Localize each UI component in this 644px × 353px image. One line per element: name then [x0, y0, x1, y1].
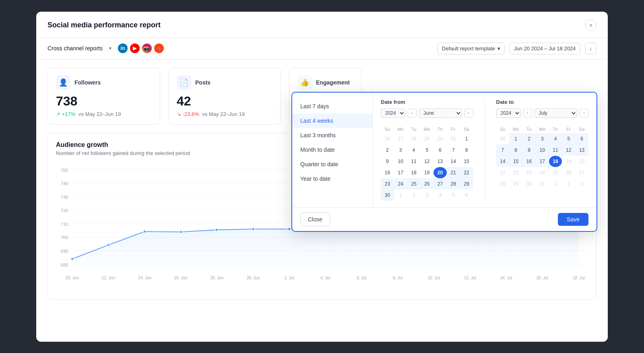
table-row[interactable]: 16 — [522, 156, 536, 167]
table-row[interactable]: 6 — [433, 145, 447, 156]
table-row[interactable]: 24 — [536, 167, 549, 178]
table-row[interactable]: 20 — [575, 156, 588, 167]
table-row[interactable]: 2 — [407, 190, 421, 201]
preset-last-3-months[interactable]: Last 3 months — [292, 128, 372, 142]
date-range-button[interactable]: Jun 20 2024 – Jul 18 2024 — [510, 43, 580, 54]
reddit-icon[interactable]: 👾 — [154, 43, 164, 53]
table-row[interactable]: 13 — [433, 156, 447, 167]
july-18-selected[interactable]: 18 — [549, 156, 562, 167]
table-row[interactable]: 25 — [549, 167, 562, 178]
table-row[interactable]: 22 — [460, 167, 473, 178]
instagram-icon[interactable]: 📷 — [142, 43, 152, 53]
table-row[interactable]: 8 — [509, 145, 522, 156]
date-from-year-select[interactable]: 2024 — [381, 108, 405, 118]
cross-channel-dropdown-arrow[interactable]: ▾ — [109, 45, 111, 51]
table-row[interactable]: 11 — [407, 156, 421, 167]
table-row[interactable]: 23 — [522, 167, 536, 178]
table-row[interactable]: 9 — [381, 156, 394, 167]
youtube-icon[interactable]: ▶ — [130, 43, 140, 53]
close-modal-button[interactable]: × — [585, 20, 597, 31]
datepicker-save-button[interactable]: Save — [558, 213, 588, 226]
table-row[interactable]: 17 — [394, 167, 407, 178]
table-row[interactable]: 2 — [522, 133, 536, 145]
preset-quarter-to-date[interactable]: Quarter to date — [292, 157, 372, 171]
table-row[interactable]: 31 — [447, 133, 460, 145]
table-row[interactable]: 29 — [460, 178, 473, 190]
template-select[interactable]: Default report template ▾ — [438, 43, 505, 54]
table-row[interactable]: 18 — [407, 167, 421, 178]
download-button[interactable]: ↓ — [585, 43, 597, 54]
table-row[interactable]: 3 — [394, 145, 407, 156]
table-row[interactable]: 4 — [407, 145, 421, 156]
table-row[interactable]: 9 — [522, 145, 536, 156]
table-row[interactable]: 16 — [381, 167, 394, 178]
table-row[interactable]: 28 — [496, 178, 510, 190]
table-row[interactable]: 28 — [447, 178, 460, 190]
date-to-month-select[interactable]: July — [535, 108, 578, 118]
table-row[interactable]: 3 — [420, 190, 433, 201]
table-row[interactable]: 17 — [536, 156, 549, 167]
preset-last-7-days[interactable]: Last 7 days — [292, 99, 372, 114]
date-to-year-select[interactable]: 2024 — [496, 108, 521, 118]
table-row[interactable]: 23 — [381, 178, 394, 190]
table-row[interactable]: 4 — [433, 190, 447, 201]
june-20-selected[interactable]: 20 — [433, 167, 447, 178]
table-row[interactable]: 19 — [562, 156, 575, 167]
table-row[interactable]: 27 — [575, 167, 588, 178]
preset-last-4-weeks[interactable]: Last 4 weeks — [292, 114, 372, 128]
table-row[interactable]: 26 — [381, 133, 394, 145]
table-row[interactable]: 8 — [460, 145, 473, 156]
table-row[interactable]: 5 — [562, 133, 575, 145]
table-row[interactable]: 30 — [433, 133, 447, 145]
table-row[interactable]: 24 — [394, 178, 407, 190]
table-row[interactable]: 26 — [420, 178, 433, 190]
table-row[interactable]: 12 — [420, 156, 433, 167]
date-to-next-month[interactable]: › — [580, 109, 588, 118]
table-row[interactable]: 21 — [496, 167, 510, 178]
table-row[interactable]: 15 — [509, 156, 522, 167]
table-row[interactable]: 6 — [460, 190, 473, 201]
table-row[interactable]: 12 — [562, 145, 575, 156]
table-row[interactable]: 26 — [562, 167, 575, 178]
table-row[interactable]: 19 — [420, 167, 433, 178]
table-row[interactable]: 21 — [447, 167, 460, 178]
table-row[interactable]: 14 — [496, 156, 510, 167]
table-row[interactable]: 3 — [536, 133, 549, 145]
table-row[interactable]: 5 — [447, 190, 460, 201]
table-row[interactable]: 28 — [407, 133, 421, 145]
table-row[interactable]: 30 — [496, 133, 510, 145]
date-from-month-select[interactable]: June — [419, 108, 462, 118]
table-row[interactable]: 22 — [509, 167, 522, 178]
table-row[interactable]: 1 — [394, 190, 407, 201]
table-row[interactable]: 3 — [575, 178, 588, 190]
table-row[interactable]: 25 — [407, 178, 421, 190]
table-row[interactable]: 2 — [381, 145, 394, 156]
table-row[interactable]: 29 — [420, 133, 433, 145]
preset-month-to-date[interactable]: Month to date — [292, 142, 372, 157]
table-row[interactable]: 31 — [536, 178, 549, 190]
table-row[interactable]: 13 — [575, 145, 588, 156]
table-row[interactable]: 27 — [433, 178, 447, 190]
table-row[interactable]: 29 — [509, 178, 522, 190]
table-row[interactable]: 10 — [394, 156, 407, 167]
table-row[interactable]: 10 — [536, 145, 549, 156]
table-row[interactable]: 1 — [460, 133, 473, 145]
table-row[interactable]: 5 — [420, 145, 433, 156]
table-row[interactable]: 30 — [381, 190, 394, 201]
table-row[interactable]: 15 — [460, 156, 473, 167]
table-row[interactable]: 27 — [394, 133, 407, 145]
datepicker-close-button[interactable]: Close — [300, 213, 330, 226]
table-row[interactable]: 2 — [562, 178, 575, 190]
table-row[interactable]: 11 — [549, 145, 562, 156]
date-from-next-month[interactable]: › — [464, 109, 473, 118]
table-row[interactable]: 7 — [447, 145, 460, 156]
table-row[interactable]: 6 — [575, 133, 588, 145]
preset-year-to-date[interactable]: Year to date — [292, 171, 372, 186]
table-row[interactable]: 30 — [522, 178, 536, 190]
table-row[interactable]: 4 — [549, 133, 562, 145]
linkedin-icon[interactable]: in — [118, 43, 128, 53]
date-to-prev-month[interactable]: ‹ — [523, 109, 532, 118]
table-row[interactable]: 14 — [447, 156, 460, 167]
table-row[interactable]: 1 — [509, 133, 522, 145]
date-from-prev-month[interactable]: ‹ — [408, 109, 417, 118]
